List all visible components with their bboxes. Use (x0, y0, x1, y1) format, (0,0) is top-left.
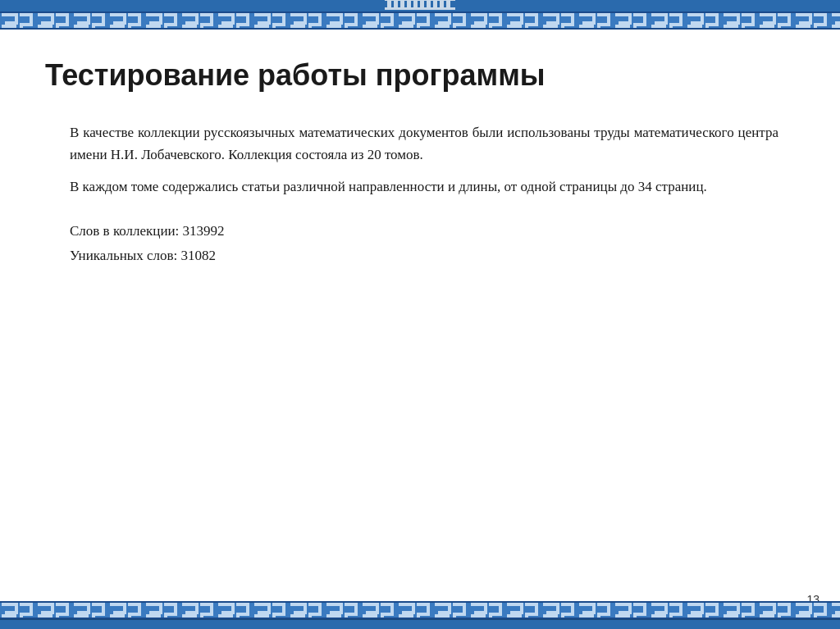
header-ornament-bar (0, 0, 840, 11)
svg-rect-9 (440, 0, 444, 8)
stat-words: Слов в коллекции: 313992 (70, 219, 778, 244)
svg-rect-40 (0, 601, 840, 619)
svg-rect-3 (400, 0, 404, 8)
greek-pattern-bottom (0, 601, 840, 619)
paragraph-1: В качестве коллекции русскоязычных матем… (70, 121, 778, 166)
svg-rect-2 (394, 0, 398, 8)
bottom-bar (0, 619, 840, 629)
svg-rect-6 (420, 0, 424, 8)
svg-rect-8 (433, 0, 437, 8)
svg-rect-11 (385, 0, 455, 1)
svg-rect-7 (427, 0, 431, 8)
stat-unique: Уникальных слов: 31082 (70, 244, 778, 269)
svg-rect-1 (387, 0, 391, 8)
svg-rect-10 (446, 0, 450, 8)
header (0, 0, 840, 30)
columns-icon (383, 0, 457, 15)
svg-rect-5 (413, 0, 418, 8)
paragraph-2: В каждом томе содержались статьи различн… (70, 175, 778, 198)
slide-content: Тестирование работы программы В качестве… (0, 30, 840, 571)
stats-section: Слов в коллекции: 313992 Уникальных слов… (70, 219, 778, 269)
svg-rect-4 (407, 0, 411, 8)
footer-border (0, 601, 840, 629)
slide-title: Тестирование работы программы (45, 58, 795, 93)
slide-body: В качестве коллекции русскоязычных матем… (70, 121, 778, 269)
